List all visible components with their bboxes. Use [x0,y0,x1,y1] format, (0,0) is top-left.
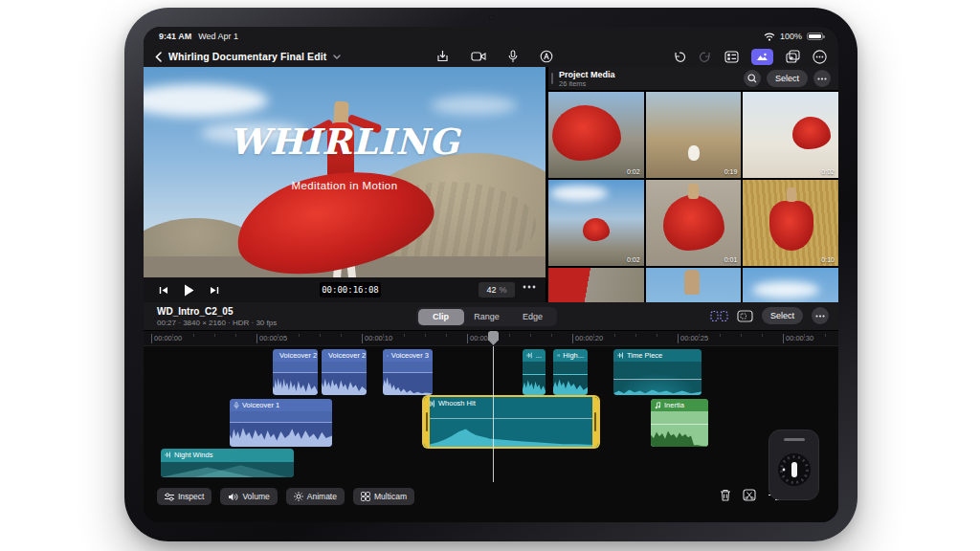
timecode-display[interactable]: 00:00:16:08 [320,282,381,298]
clip-high-1[interactable]: ... [523,349,546,395]
inspect-button[interactable]: Inspect [157,488,212,505]
more-icon[interactable] [813,50,827,64]
timeline-tracks[interactable]: Voiceover 2 Voiceover 2 Voiceover 3 [144,346,838,482]
clip-voiceover-3[interactable]: Voiceover 3 [383,349,433,395]
media-thumbnail[interactable] [646,268,742,302]
clip-label: Time Piece [627,351,662,360]
clip-label: Whoosh Hit [438,399,476,408]
media-thumbnail[interactable] [548,268,644,302]
trash-icon[interactable] [720,489,731,501]
media-thumbnail[interactable]: 0:19 [646,92,742,178]
clip-label: Inertia [664,401,684,409]
clip-label: Voiceover 2 [328,351,366,360]
media-browser-icon[interactable] [751,49,773,65]
battery-percent: 100% [780,32,802,41]
clip-duration: 0:02 [627,168,640,175]
live-drawing-icon[interactable] [540,50,553,63]
chevron-down-icon[interactable] [333,55,341,59]
waveform-icon [526,352,533,359]
timeline-clip-name: WD_Intro_C2_05 [157,306,233,317]
clip-night-winds[interactable]: Night Winds [161,449,294,477]
ruler-label: 00:00:05 [256,334,287,343]
ruler-label: 00:00:20 [572,334,603,343]
cloud [431,96,517,115]
animate-button[interactable]: Animate [286,488,345,505]
mode-edge[interactable]: Edge [510,309,556,325]
timeline-section: WD_Intro_C2_05 00:27 · 3840 × 2160 · HDR… [144,302,838,522]
redo-icon[interactable] [699,51,712,63]
jog-grab-handle[interactable] [784,438,805,441]
subtitle-overlay: Meditation in Motion [144,180,546,191]
skip-forward-icon[interactable] [210,286,219,295]
media-select-button[interactable]: Select [767,70,808,87]
clip-voiceover-2b[interactable]: Voiceover 2 [322,349,367,395]
browser-icon[interactable] [724,51,739,63]
panel-grab-handle[interactable] [551,73,553,84]
clip-time-piece[interactable]: Time Piece [613,349,702,395]
transport-bar: 00:00:16:08 42 % [144,277,546,302]
media-thumbnail[interactable]: 0:10 [743,180,838,266]
playhead-line[interactable] [493,346,494,482]
clip-inertia[interactable]: Inertia [651,399,708,447]
wifi-icon [764,33,775,41]
clip-label: Voiceover 2 [279,351,317,360]
media-thumbnail[interactable]: 0:02 [548,180,644,266]
project-title[interactable]: Whirling Documentary Final Edit [168,51,326,62]
media-thumbnail[interactable]: 0:02 [548,92,644,178]
clip-whoosh-hit[interactable]: Whoosh Hit [424,397,598,447]
title-overlay: WHIRLING [144,121,546,163]
camera-icon[interactable] [471,51,486,62]
clip-label: High... [563,351,584,360]
clip-voiceover-2[interactable]: Voiceover 2 [273,349,318,395]
blade-icon[interactable] [743,489,756,501]
jog-dial[interactable] [776,452,813,488]
music-note-icon [655,402,661,409]
media-thumbnail[interactable]: 0:02 [743,92,838,178]
timeline-header: WD_Intro_C2_05 00:27 · 3840 × 2160 · HDR… [144,302,838,331]
clip-label: Night Winds [174,451,212,459]
mode-clip[interactable]: Clip [418,309,464,325]
cloud [144,84,268,117]
button-label: Animate [307,492,337,501]
media-panel-header: Project Media 26 items Select [548,67,838,90]
clock: 9:41 AM [159,32,191,41]
trim-handle-right[interactable] [592,397,598,447]
mic-icon [234,402,239,409]
timeline-more-button[interactable] [812,307,829,324]
volume-icon [228,493,238,501]
screen: 9:41 AM Wed Apr 1 100% [144,27,838,522]
multicam-icon [361,492,370,501]
button-label: Multicam [374,492,407,501]
media-more-button[interactable] [813,70,831,87]
play-icon[interactable] [184,284,194,297]
trim-mode-icon[interactable] [737,310,753,322]
jog-wheel-panel[interactable] [768,430,819,500]
volume-button[interactable]: Volume [220,488,277,505]
media-item-count: 26 items [559,79,586,88]
zoom-unit: % [500,285,507,295]
battery-icon [807,33,823,40]
video-viewer[interactable]: WHIRLING Meditation in Motion [144,67,546,277]
ipad-device: 9:41 AM Wed Apr 1 100% [124,8,858,541]
mode-range[interactable]: Range [464,309,510,325]
clip-voiceover-1[interactable]: Voiceover 1 [230,399,332,447]
media-thumbnail[interactable] [743,268,838,302]
search-button[interactable] [744,70,761,87]
clip-high-2[interactable]: High... [553,349,588,395]
skip-back-icon[interactable] [159,286,168,295]
export-icon[interactable] [436,50,449,63]
timeline-select-button[interactable]: Select [762,307,803,324]
undo-icon[interactable] [673,51,686,63]
effects-icon[interactable] [786,50,800,63]
waveform-icon [165,452,171,458]
viewer-more-icon[interactable] [523,285,536,289]
multicam-button[interactable]: Multicam [353,488,414,505]
mic-icon[interactable] [508,50,518,63]
back-chevron-icon[interactable] [155,52,162,62]
top-bar: 9:41 AM Wed Apr 1 100% [144,27,838,67]
media-thumbnail[interactable]: 0:01 [646,180,742,266]
snapping-icon[interactable] [710,310,728,322]
zoom-level[interactable]: 42 % [479,282,515,298]
trim-handle-left[interactable] [424,397,430,447]
crossfade-body [613,364,702,395]
